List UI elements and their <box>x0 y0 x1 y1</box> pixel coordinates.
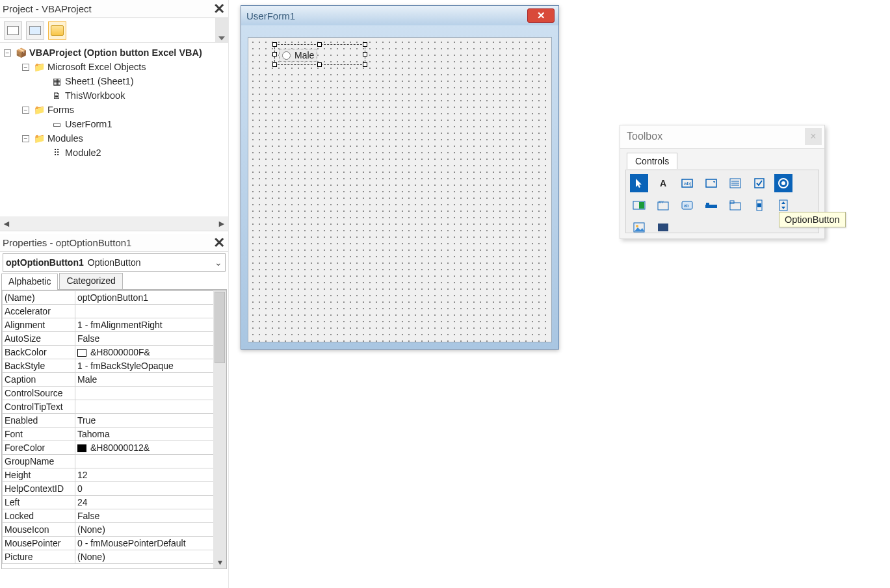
tab-alphabetic[interactable]: Alphabetic <box>1 274 58 290</box>
property-value[interactable]: (None) <box>75 523 226 537</box>
property-row[interactable]: (Name)optOptionButton1 <box>3 291 226 305</box>
resize-handle[interactable] <box>363 42 367 47</box>
togglebutton-tool-icon[interactable] <box>630 196 648 214</box>
property-row[interactable]: Picture(None) <box>3 550 226 564</box>
project-tree[interactable]: − 📦 VBAProject (Option button Excel VBA)… <box>0 43 228 205</box>
tabstrip-tool-icon[interactable] <box>702 196 720 214</box>
tree-node[interactable]: Microsoft Excel Objects <box>47 60 146 74</box>
property-grid[interactable]: (Name)optOptionButton1AcceleratorAlignme… <box>2 290 226 564</box>
scroll-right-icon[interactable]: ► <box>215 217 228 230</box>
property-row[interactable]: MouseIcon(None) <box>3 523 226 537</box>
property-value[interactable] <box>75 305 226 318</box>
close-icon[interactable]: ✕ <box>211 234 227 249</box>
label-tool-icon[interactable]: A <box>654 174 672 192</box>
toolbar-scroll[interactable] <box>215 18 228 43</box>
property-value[interactable]: False <box>75 332 226 346</box>
property-row[interactable]: LockedFalse <box>3 509 226 523</box>
property-value[interactable]: 0 - fmMousePointerDefault <box>75 537 226 550</box>
project-root[interactable]: VBAProject (Option button Excel VBA) <box>29 45 202 60</box>
userform-designer[interactable]: UserForm1 ✕ Male <box>241 5 559 350</box>
form-design-surface[interactable]: Male <box>248 37 552 342</box>
expander-icon[interactable]: − <box>4 49 11 57</box>
resize-handle[interactable] <box>272 42 277 47</box>
property-row[interactable]: Left24 <box>3 496 226 509</box>
optionbutton-control[interactable]: Male <box>279 49 317 62</box>
scrollbar-tool-icon[interactable] <box>750 196 768 214</box>
property-value[interactable]: 1 - fmBackStyleOpaque <box>75 359 226 373</box>
property-row[interactable]: Height12 <box>3 468 226 482</box>
property-value[interactable]: Male <box>75 373 226 387</box>
tree-node[interactable]: Module2 <box>65 146 101 160</box>
property-value[interactable]: (None) <box>75 550 226 564</box>
property-value[interactable] <box>75 387 226 400</box>
close-button[interactable]: ✕ <box>527 8 555 23</box>
toolbox-titlebar[interactable]: Toolbox × <box>620 125 824 149</box>
multipage-tool-icon[interactable] <box>726 196 744 214</box>
close-icon[interactable]: ✕ <box>211 0 227 16</box>
property-row[interactable]: AutoSizeFalse <box>3 332 226 346</box>
combobox-tool-icon[interactable] <box>702 174 720 192</box>
tab-categorized[interactable]: Categorized <box>59 273 123 289</box>
property-row[interactable]: ForeColor&H80000012& <box>3 441 226 455</box>
property-value[interactable] <box>75 455 226 468</box>
expander-icon[interactable]: − <box>22 107 29 114</box>
toggle-folders-button[interactable] <box>48 21 66 40</box>
tree-node[interactable]: UserForm1 <box>65 117 112 131</box>
option-radio[interactable] <box>282 51 291 60</box>
hscrollbar[interactable]: ◄ ► <box>0 216 228 231</box>
property-value[interactable]: False <box>75 509 226 523</box>
textbox-tool-icon[interactable]: ab| <box>678 174 696 192</box>
listbox-tool-icon[interactable] <box>726 174 744 192</box>
resize-handle[interactable] <box>317 62 322 67</box>
expander-icon[interactable]: − <box>22 135 29 142</box>
property-row[interactable]: FontTahoma <box>3 428 226 441</box>
resize-handle[interactable] <box>317 42 322 47</box>
property-row[interactable]: MousePointer0 - fmMousePointerDefault <box>3 537 226 550</box>
tree-node[interactable]: Modules <box>47 131 83 146</box>
tree-node[interactable]: ThisWorkbook <box>65 88 125 103</box>
chevron-down-icon[interactable]: ⌄ <box>215 257 222 268</box>
view-object-button[interactable] <box>26 21 44 40</box>
property-row[interactable]: EnabledTrue <box>3 414 226 428</box>
optionbutton-tool-icon[interactable] <box>774 174 792 192</box>
refedit-tool-icon[interactable] <box>654 218 672 236</box>
property-value[interactable]: True <box>75 414 226 428</box>
property-row[interactable]: ControlSource <box>3 387 226 400</box>
property-value[interactable]: Tahoma <box>75 428 226 441</box>
property-row[interactable]: Alignment1 - fmAlignmentRight <box>3 318 226 332</box>
property-row[interactable]: GroupName <box>3 455 226 468</box>
expander-icon[interactable]: − <box>22 64 29 71</box>
scroll-down-icon[interactable]: ▾ <box>213 557 226 567</box>
scroll-thumb[interactable] <box>215 292 225 363</box>
property-row[interactable]: BackStyle1 - fmBackStyleOpaque <box>3 359 226 373</box>
property-value[interactable]: optOptionButton1 <box>75 291 226 305</box>
view-code-button[interactable] <box>4 21 22 40</box>
property-row[interactable]: ControlTipText <box>3 400 226 414</box>
image-tool-icon[interactable] <box>630 218 648 236</box>
pointer-tool-icon[interactable] <box>630 174 648 192</box>
scroll-left-icon[interactable]: ◄ <box>0 217 13 230</box>
commandbutton-tool-icon[interactable]: ab <box>678 196 696 214</box>
frame-tool-icon[interactable]: XY <box>654 196 672 214</box>
selection-rectangle[interactable]: Male <box>274 44 365 65</box>
property-row[interactable]: BackColor&H8000000F& <box>3 346 226 359</box>
property-value[interactable]: &H8000000F& <box>75 346 226 359</box>
property-row[interactable]: HelpContextID0 <box>3 482 226 496</box>
close-icon[interactable]: × <box>805 128 822 145</box>
userform-titlebar[interactable]: UserForm1 ✕ <box>241 6 558 25</box>
resize-handle[interactable] <box>363 62 367 67</box>
property-value[interactable]: 24 <box>75 496 226 509</box>
resize-handle[interactable] <box>363 52 367 57</box>
tab-controls[interactable]: Controls <box>627 153 677 169</box>
property-row[interactable]: Accelerator <box>3 305 226 318</box>
tree-node[interactable]: Forms <box>47 103 74 117</box>
property-value[interactable]: 12 <box>75 468 226 482</box>
property-value[interactable]: 1 - fmAlignmentRight <box>75 318 226 332</box>
resize-handle[interactable] <box>272 52 277 57</box>
property-value[interactable]: 0 <box>75 482 226 496</box>
object-selector[interactable]: optOptionButton1 OptionButton ⌄ <box>3 253 226 272</box>
property-row[interactable]: CaptionMale <box>3 373 226 387</box>
tree-node[interactable]: Sheet1 (Sheet1) <box>65 74 134 88</box>
property-value[interactable] <box>75 400 226 414</box>
property-value[interactable]: &H80000012& <box>75 441 226 455</box>
